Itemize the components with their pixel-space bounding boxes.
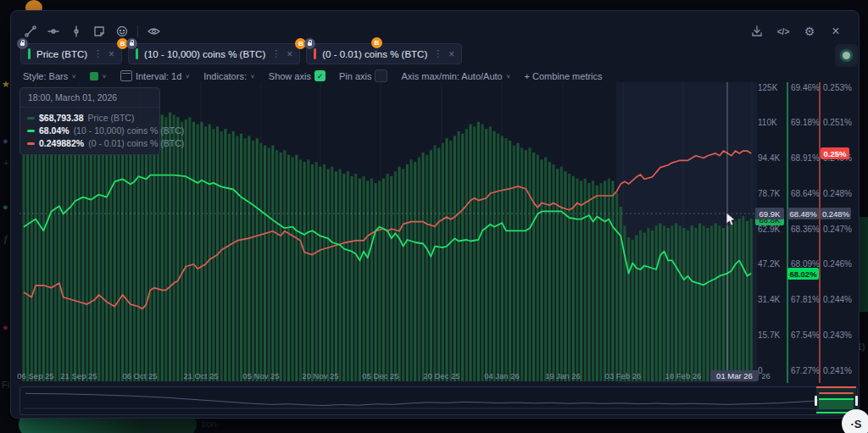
price-bar (244, 138, 247, 381)
x-axis-tick-label: 20 Nov 25 (302, 371, 338, 380)
price-bar (200, 122, 203, 381)
price-bar (42, 138, 45, 381)
price-bar (473, 126, 476, 381)
price-bar (323, 164, 326, 381)
price-bar (715, 224, 717, 382)
price-bar (86, 126, 88, 381)
price-bar (587, 183, 590, 381)
price-bar (599, 183, 602, 381)
navigator-green-area (819, 398, 854, 409)
price-bar (457, 131, 459, 381)
price-bar (26, 150, 29, 381)
tooltip-value: 68.04% (39, 125, 70, 136)
x-axis-tick-label: 05 Dec 25 (362, 371, 398, 380)
price-bar (137, 129, 140, 381)
price-bar (105, 125, 108, 382)
price-bar (437, 147, 440, 381)
santiment-logo: ·S (842, 409, 868, 433)
x-axis-tick-label: 19 Jan 26 (545, 371, 581, 380)
price-bar (647, 228, 649, 381)
x-axis-tick-label: 21 Oct 25 (183, 371, 218, 380)
price-bar (446, 138, 448, 381)
crosshair-date-badge: 01 Mar 26 (710, 370, 759, 381)
price-bar (90, 122, 92, 381)
chart-plot-area[interactable]: 125K110K94.4K78.7K62.9K47.2K31.4K15.7K06… (0, 0, 868, 433)
price-bar (564, 171, 566, 381)
navigator-left-handle[interactable] (815, 396, 817, 406)
price-bar (31, 147, 33, 381)
y-axis-tick-label: 69.18% (791, 118, 820, 127)
price-bar (228, 134, 231, 381)
y-axis-tick-label: 69.46% (791, 83, 820, 92)
price-bar (176, 117, 179, 381)
price-bar (327, 169, 330, 381)
price-bar (236, 136, 238, 382)
crosshair-red-badge: 0.248% (821, 208, 851, 219)
price-bar (675, 224, 677, 382)
price-bar (465, 129, 468, 381)
y-axis-tick-label: 68.64% (791, 189, 820, 198)
navigator-red-line (819, 392, 854, 394)
navigator-price-line (25, 393, 849, 405)
price-bar (363, 176, 365, 381)
price-bar (97, 126, 100, 381)
price-bar (315, 162, 318, 381)
price-bar (694, 228, 697, 381)
price-bar (552, 164, 554, 381)
series-dash-icon (27, 142, 35, 145)
price-bar (402, 169, 404, 381)
price-bar (611, 180, 614, 381)
price-bar (359, 179, 361, 381)
price-bar (596, 186, 598, 381)
tooltip-value: 0.249882% (39, 138, 84, 148)
price-bar (295, 155, 298, 381)
price-bar (224, 129, 226, 381)
price-bar (169, 113, 171, 381)
x-axis-tick-label: 18 Feb 26 (665, 371, 702, 380)
price-bar (687, 230, 689, 381)
price-bar (149, 119, 152, 381)
price-bar (651, 230, 654, 381)
price-bar (264, 146, 266, 381)
price-bar (370, 179, 373, 381)
price-bar (66, 129, 69, 381)
tooltip-label: (10 - 10,000) coins % (BTC) (74, 125, 185, 136)
tooltip-row-red: 0.249882% (0 - 0.01) coins % (BTC) (27, 138, 153, 148)
price-bar (627, 237, 630, 381)
price-bar (537, 155, 539, 381)
price-bar (722, 228, 725, 381)
price-bar (430, 150, 432, 381)
price-bar (259, 143, 262, 381)
price-bar (710, 225, 713, 381)
price-bar (212, 129, 214, 381)
price-bar (667, 228, 670, 381)
crosshair-price-badge: 69.9K (755, 208, 784, 219)
price-bar (492, 131, 495, 381)
price-bar (248, 136, 250, 382)
price-bar (477, 122, 480, 381)
navigator-minichart (20, 387, 855, 413)
navigator-right-handle[interactable] (855, 396, 858, 406)
price-bar (185, 119, 187, 381)
y-axis-tick-label: 67.27% (791, 366, 820, 375)
y-axis-tick-label: 78.7K (758, 189, 780, 198)
price-bar (442, 143, 444, 381)
timeline-navigator[interactable] (19, 386, 858, 415)
price-bar (70, 131, 72, 381)
price-bar (734, 221, 737, 381)
price-bar (544, 158, 547, 382)
y-axis-tick-label: 68.36% (791, 225, 820, 234)
price-bar (197, 125, 199, 382)
price-bar (592, 180, 594, 381)
price-bar (366, 180, 369, 381)
tooltip-label: (0 - 0.01) coins % (BTC) (88, 138, 184, 148)
price-bar (556, 169, 559, 381)
price-bar (117, 126, 120, 381)
price-bar (50, 136, 53, 382)
price-bar (568, 174, 570, 381)
price-bar (691, 225, 693, 381)
y-axis-tick-label: 68.91% (791, 153, 820, 163)
price-bar (256, 138, 259, 381)
tooltip-label: Price (BTC) (88, 113, 135, 123)
price-bar (398, 167, 401, 381)
